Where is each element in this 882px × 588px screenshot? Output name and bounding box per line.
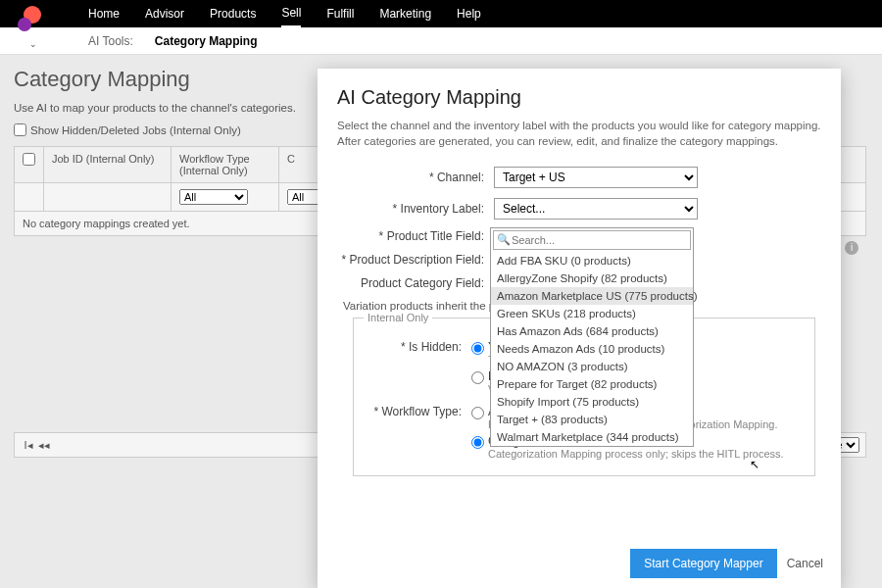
filter-workflow[interactable]: All [179,189,248,205]
nav-fulfill[interactable]: Fulfill [326,1,354,26]
workflow-type-label: * Workflow Type: [364,405,471,464]
nav-sell[interactable]: Sell [281,0,301,27]
inventory-label-select[interactable]: Select... [494,198,698,220]
select-all-checkbox[interactable] [23,153,35,166]
col-workflow[interactable]: Workflow Type (Internal Only) [172,147,279,183]
logo-menu-caret[interactable]: ⌄ [29,39,37,49]
dropdown-option[interactable]: Add FBA SKU (0 products) [491,252,693,270]
inventory-label-label: Inventory Label: [337,202,494,216]
pager-first-icon[interactable]: I◂ [21,439,36,452]
nav-products[interactable]: Products [210,1,256,26]
cancel-button[interactable]: Cancel [787,557,823,570]
dropdown-option[interactable]: Green SKUs (218 products) [491,305,693,322]
info-icon[interactable]: i [845,241,858,255]
category-mapping-modal: AI Category Mapping Select the channel a… [318,69,841,588]
search-icon: 🔍 [497,233,511,246]
subnav-label: AI Tools: [88,34,133,48]
nav-home[interactable]: Home [88,1,120,26]
workflow-annotation-radio[interactable] [471,407,484,419]
top-nav: Home Advisor Products Sell Fulfill Marke… [0,0,882,27]
dropdown-option[interactable]: Amazon Marketplace US (775 products) [491,287,693,305]
is-hidden-no-radio[interactable] [471,371,484,384]
start-category-mapper-button[interactable]: Start Category Mapper [630,549,776,578]
dropdown-list: Add FBA SKU (0 products) AllergyZone Sho… [491,252,693,446]
subnav-value[interactable]: Category Mapping [155,34,258,48]
workflow-categorization-hint: Categorization Mapping process only; ski… [488,448,784,460]
internal-legend: Internal Only [364,312,432,323]
channel-select[interactable]: Target + US [494,167,698,188]
dropdown-search-input[interactable] [493,230,691,250]
show-hidden-label: Show Hidden/Deleted Jobs (Internal Only) [30,124,241,136]
nav-help[interactable]: Help [457,1,481,26]
dropdown-option[interactable]: Has Amazon Ads (684 products) [491,322,693,340]
is-hidden-label: * Is Hidden: [364,340,471,399]
product-category-label: Product Category Field: [337,276,494,290]
nav-marketing[interactable]: Marketing [379,1,431,26]
show-hidden-checkbox[interactable] [14,123,26,136]
dropdown-option[interactable]: NO AMAZON (3 products) [491,358,693,375]
col-job-id[interactable]: Job ID (Internal Only) [44,147,172,183]
modal-description: Select the channel and the inventory lab… [337,119,821,149]
dropdown-option[interactable]: Target + (83 products) [491,411,693,428]
modal-footer: Start Category Mapper Cancel [630,549,823,578]
dropdown-option[interactable]: Walmart Marketplace (344 products) [491,428,693,446]
nav-advisor[interactable]: Advisor [145,1,184,26]
is-hidden-yes-radio[interactable] [471,342,484,355]
dropdown-option[interactable]: Needs Amazon Ads (10 products) [491,340,693,358]
sub-nav: AI Tools: Category Mapping [0,27,882,55]
workflow-categorization-radio[interactable] [471,436,484,449]
modal-title: AI Category Mapping [337,86,821,109]
app-logo[interactable] [18,6,45,33]
product-description-label: Product Description Field: [337,253,494,267]
dropdown-option[interactable]: AllergyZone Shopify (82 products) [491,270,693,287]
dropdown-option[interactable]: Shopify Import (75 products) [491,393,693,411]
dropdown-option[interactable]: Prepare for Target (82 products) [491,375,693,393]
pager-prev-icon[interactable]: ◂◂ [36,439,52,452]
product-title-label: Product Title Field: [337,229,494,243]
inventory-label-dropdown[interactable]: 🔍 Add FBA SKU (0 products) AllergyZone S… [490,227,694,447]
channel-label: Channel: [337,171,494,184]
